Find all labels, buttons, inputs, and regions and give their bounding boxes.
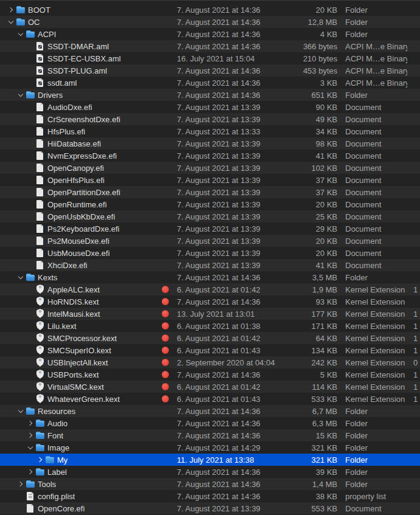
file-row[interactable]: Image 7. August 2021 at 14:29 321 KB Fol… [0, 441, 420, 454]
file-name: USBPorts.kext [47, 370, 99, 379]
file-kind: Folder [345, 443, 407, 452]
indent-spacer [0, 405, 16, 417]
file-row[interactable]: OpenRuntime.efi 7. August 2021 at 13:39 … [0, 198, 420, 210]
date-modified: 7. August 2021 at 13:39 [177, 212, 279, 221]
file-row[interactable]: AppleALC.kext 6. August 2021 at 01:42 1,… [0, 283, 420, 296]
file-kind: Document [345, 224, 407, 233]
file-version: 1 [411, 285, 420, 294]
file-row[interactable]: AudioDxe.efi 7. August 2021 at 13:39 90 … [0, 101, 420, 113]
file-row[interactable]: Label 7. August 2021 at 14:36 39 KB Fold… [0, 466, 420, 478]
file-row[interactable]: BOOT 7. August 2021 at 14:36 20 KB Folde… [0, 4, 420, 16]
file-row[interactable]: Audio 7. August 2021 at 14:36 6,3 MB Fol… [0, 417, 420, 429]
file-row[interactable]: Lilu.kext 6. August 2021 at 01:38 171 KB… [0, 320, 420, 332]
file-row[interactable]: ACPI 7. August 2021 at 14:36 4 KB Folder [0, 28, 420, 40]
file-row[interactable]: OpenCanopy.efi 7. August 2021 at 13:39 1… [0, 162, 420, 174]
chevron-down-icon[interactable] [6, 16, 16, 28]
date-modified: 7. August 2021 at 13:39 [177, 188, 279, 197]
file-row[interactable]: SSDT-DMAR.aml 7. August 2021 at 14:36 36… [0, 40, 420, 52]
kext-shield-icon [35, 283, 45, 296]
file-row[interactable]: Ps2MouseDxe.efi 7. August 2021 at 13:39 … [0, 235, 420, 247]
date-modified: 7. August 2021 at 14:36 [177, 370, 279, 379]
file-row[interactable]: SMCProcessor.kext 6. August 2021 at 01:4… [0, 332, 420, 344]
file-row[interactable]: VirtualSMC.kext 6. August 2021 at 01:42 … [0, 381, 420, 393]
chevron-right-icon[interactable] [26, 466, 35, 478]
chevron-right-icon[interactable] [6, 4, 16, 16]
name-cell: config.plist [0, 490, 173, 502]
file-version: 1 [411, 309, 420, 319]
file-row[interactable]: HiiDatabase.efi 7. August 2021 at 13:39 … [0, 137, 420, 150]
chevron-down-icon[interactable] [16, 405, 26, 417]
file-row[interactable]: Kexts 7. August 2021 at 14:36 3,5 MB Fol… [0, 271, 420, 283]
file-row[interactable]: Ps2KeyboardDxe.efi 7. August 2021 at 13:… [0, 223, 420, 235]
indent-spacer [0, 247, 26, 259]
document-icon [35, 150, 45, 162]
name-cell: Label [0, 466, 173, 478]
file-row[interactable]: WhateverGreen.kext 6. August 2021 at 01:… [0, 393, 420, 405]
chevron-right-icon[interactable] [35, 454, 45, 466]
no-chevron [16, 502, 26, 514]
no-chevron [26, 174, 35, 186]
date-modified: 7. August 2021 at 14:36 [177, 5, 279, 15]
file-row[interactable]: Drivers 7. August 2021 at 14:36 651 KB F… [0, 89, 420, 101]
file-row[interactable]: Resources 7. August 2021 at 14:36 6,7 MB… [0, 405, 420, 417]
chevron-right-icon[interactable] [16, 478, 26, 490]
file-row[interactable]: OpenHfsPlus.efi 7. August 2021 at 13:39 … [0, 174, 420, 186]
date-modified: 16. July 2021 at 15:04 [177, 54, 279, 63]
date-modified: 7. August 2021 at 13:39 [177, 249, 279, 258]
indent-spacer [0, 89, 16, 101]
file-name: IntelMausi.kext [47, 309, 100, 319]
file-size: 29 KB [279, 224, 337, 233]
file-row[interactable]: SSDT-PLUG.aml 7. August 2021 at 14:36 45… [0, 64, 420, 77]
chevron-down-icon[interactable] [16, 28, 26, 40]
folder-icon [35, 441, 45, 454]
file-row[interactable]: SSDT-EC-USBX.aml 16. July 2021 at 15:04 … [0, 52, 420, 64]
file-kind: Folder [345, 91, 407, 100]
file-row[interactable]: XhciDxe.efi 7. August 2021 at 13:39 41 K… [0, 259, 420, 271]
file-kind: ACPI M…e Binary [345, 42, 407, 51]
date-modified: 7. August 2021 at 14:36 [177, 91, 279, 100]
file-row[interactable]: OpenCore.efi 7. August 2021 at 13:39 553… [0, 502, 420, 514]
file-row[interactable]: HoRNDIS.kext 7. August 2021 at 14:36 93 … [0, 296, 420, 308]
red-tag-icon [162, 322, 169, 330]
file-row[interactable]: UsbMouseDxe.efi 7. August 2021 at 13:39 … [0, 247, 420, 259]
file-kind: Document [345, 200, 407, 209]
file-row[interactable]: NvmExpressDxe.efi 7. August 2021 at 13:3… [0, 150, 420, 162]
file-kind: Document [345, 212, 407, 221]
file-row[interactable]: OC 7. August 2021 at 14:36 12,8 MB Folde… [0, 16, 420, 28]
kext-shield-icon [35, 381, 45, 393]
no-chevron [26, 283, 35, 296]
file-row[interactable]: HfsPlus.efi 7. August 2021 at 13:33 34 K… [0, 125, 420, 137]
file-kind: Document [345, 139, 407, 148]
file-kind: Kernel Extension [345, 334, 407, 343]
file-row[interactable]: My 11. July 2021 at 13:38 321 KB Folder [0, 454, 420, 466]
file-row[interactable]: IntelMausi.kext 13. July 2021 at 13:01 1… [0, 308, 420, 320]
file-row[interactable]: Font 7. August 2021 at 14:36 15 KB Folde… [0, 429, 420, 441]
chevron-down-icon[interactable] [26, 441, 35, 454]
file-size: 5 KB [279, 370, 337, 379]
file-row[interactable]: SMCSuperIO.kext 6. August 2021 at 01:43 … [0, 344, 420, 356]
file-row[interactable]: ssdt.aml 7. August 2021 at 14:36 3 KB AC… [0, 77, 420, 89]
file-kind: Document [345, 249, 407, 258]
file-row[interactable]: CrScreenshotDxe.efi 7. August 2021 at 13… [0, 113, 420, 125]
file-size: 20 KB [279, 249, 337, 258]
chevron-down-icon[interactable] [16, 271, 26, 283]
chevron-right-icon[interactable] [26, 417, 35, 429]
file-row[interactable]: USBInjectAll.kext 2. September 2020 at 0… [0, 356, 420, 368]
file-row[interactable]: Tools 7. August 2021 at 14:36 1,4 MB Fol… [0, 478, 420, 490]
file-name: SSDT-PLUG.aml [47, 66, 107, 75]
file-row[interactable]: USBPorts.kext 7. August 2021 at 14:36 5 … [0, 368, 420, 381]
acpi-binary-icon [35, 40, 45, 52]
chevron-right-icon[interactable] [26, 429, 35, 441]
file-list: BOOT 7. August 2021 at 14:36 20 KB Folde… [0, 4, 420, 514]
file-kind: Document [345, 261, 407, 270]
file-size: 3 KB [279, 78, 337, 88]
date-modified: 7. August 2021 at 14:36 [177, 30, 279, 39]
indent-spacer [0, 344, 26, 356]
indent-spacer [0, 101, 26, 113]
file-row[interactable]: config.plist 7. August 2021 at 14:36 38 … [0, 490, 420, 502]
file-row[interactable]: OpenPartitionDxe.efi 7. August 2021 at 1… [0, 186, 420, 198]
date-modified: 7. August 2021 at 14:29 [177, 443, 279, 452]
file-row[interactable]: OpenUsbKbDxe.efi 7. August 2021 at 13:39… [0, 210, 420, 223]
folder-icon [45, 454, 55, 466]
chevron-down-icon[interactable] [16, 89, 26, 101]
